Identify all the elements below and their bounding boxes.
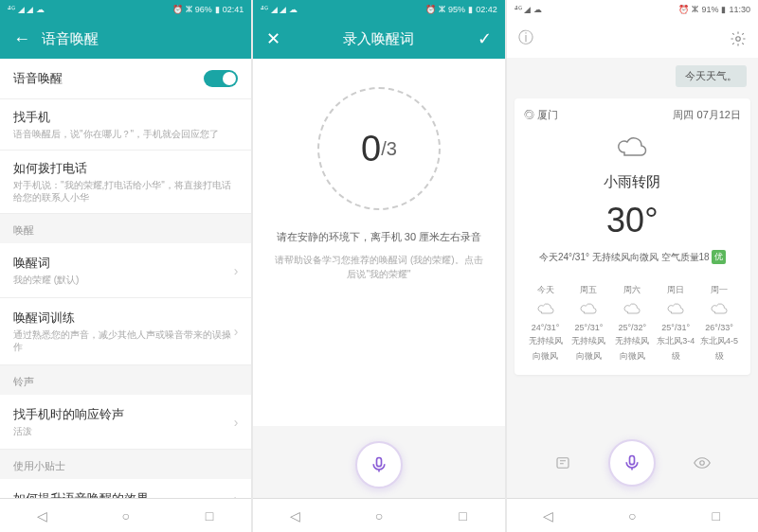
mic-button[interactable] — [355, 441, 403, 488]
nav-home[interactable]: ○ — [623, 507, 641, 524]
svg-rect-0 — [376, 458, 381, 467]
row-wake-train[interactable]: 唤醒词训练通过熟悉您的声音，减少其他人声或噪音带来的误操作 › — [0, 298, 251, 365]
nav-home[interactable]: ○ — [117, 507, 135, 524]
row-label: 如何提升语音唤醒的效果 — [13, 490, 149, 498]
section-wake: 唤醒 — [0, 214, 251, 243]
fc-day: 今天 — [524, 284, 568, 296]
fc-temp: 26°/33° — [697, 323, 741, 332]
mic-icon — [370, 455, 388, 474]
cloud-icon — [536, 302, 555, 315]
weather-detail: 今天24°/31° 无持续风向微风 空气质量18 优 — [524, 250, 741, 264]
nav-recent[interactable]: □ — [708, 507, 725, 524]
assistant-bottom — [507, 428, 758, 498]
fc-wind: 东北风3-4 — [654, 335, 697, 347]
row-sub: 通过熟悉您的声音，减少其他人声或噪音带来的误操作 — [13, 328, 234, 353]
nav-back[interactable]: ◁ — [287, 507, 304, 524]
time: 02:42 — [476, 5, 497, 14]
screen-weather: ⁴ᴳ ◢☁ ⏰ⵣ91%▮11:30 ⓘ 今天天气。 ◎ 厦门 周四 07月12日… — [507, 0, 758, 532]
row-label: 唤醒词训练 — [13, 310, 234, 327]
fc-wind2: 向微风 — [568, 350, 611, 363]
section-tips: 使用小贴士 — [0, 450, 251, 479]
count-total: /3 — [381, 138, 397, 160]
aqi-badge: 优 — [712, 250, 726, 264]
time: 02:41 — [223, 5, 244, 14]
weather-card[interactable]: ◎ 厦门 周四 07月12日 小雨转阴 30° 今天24°/31° 无持续风向微… — [514, 98, 750, 375]
svg-rect-2 — [557, 458, 568, 469]
nav-recent[interactable]: □ — [201, 507, 218, 524]
row-label: 唤醒词 — [13, 255, 79, 272]
mic-button[interactable] — [608, 439, 656, 487]
forecast-col: 周一 26°/33° 东北风4-5 级 — [697, 281, 741, 365]
hint-secondary: 请帮助设备学习您推荐的唤醒词 (我的荣耀)。点击后说"我的荣耀" — [253, 245, 504, 289]
cloud-icon — [710, 302, 729, 315]
battery-pct: 91% — [701, 5, 718, 14]
row-sub: 我的荣耀 (默认) — [13, 274, 79, 286]
page-title: 语音唤醒 — [42, 30, 99, 48]
cloud-icon: ☁ — [533, 5, 542, 14]
nav-bar: ◁ ○ □ — [507, 498, 758, 532]
check-icon[interactable]: ✓ — [478, 28, 492, 49]
fc-wind: 无持续风 — [610, 335, 654, 347]
card-icon[interactable] — [554, 454, 571, 471]
mic-wrap — [253, 426, 504, 498]
close-icon[interactable]: ✕ — [266, 28, 280, 49]
bt-icon: ⵣ — [692, 5, 698, 14]
nav-recent[interactable]: □ — [454, 507, 471, 524]
fc-wind: 无持续风 — [568, 335, 611, 347]
toggle-on[interactable] — [204, 70, 238, 87]
screen-voice-settings: ⁴ᴳ ◢ ◢☁ ⏰ⵣ96%▮02:41 ← 语音唤醒 语音唤醒 找手机 语音唤醒… — [0, 0, 251, 532]
row-ringtone[interactable]: 找手机时的响应铃声活泼 › — [0, 395, 251, 450]
fc-wind2: 向微风 — [610, 350, 654, 363]
weather-temp: 30° — [524, 201, 741, 240]
row-tips-improve[interactable]: 如何提升语音唤醒的效果 › — [0, 479, 251, 498]
user-query-wrap: 今天天气。 — [507, 58, 758, 95]
cloud-icon — [579, 302, 598, 315]
svg-point-1 — [736, 36, 741, 41]
count-current: 0 — [361, 129, 381, 169]
forecast-col: 今天 24°/31° 无持续风 向微风 — [524, 281, 568, 365]
fc-day: 周日 — [654, 284, 697, 296]
row-call[interactable]: 如何拨打电话 对手机说："我的荣耀,打电话给小华"，将直接打电话给您的联系人小华 — [0, 151, 251, 214]
battery-icon: ▮ — [468, 5, 473, 14]
nav-back[interactable]: ◁ — [33, 507, 50, 524]
chevron-right-icon: › — [234, 324, 239, 339]
battery-pct: 96% — [195, 5, 212, 14]
row-wake-word[interactable]: 唤醒词我的荣耀 (默认) › — [0, 243, 251, 298]
row-sub: 语音唤醒后，说"你在哪儿？"，手机就会回应您了 — [13, 128, 238, 140]
row-find-phone[interactable]: 找手机 语音唤醒后，说"你在哪儿？"，手机就会回应您了 — [0, 99, 251, 151]
weather-desc: 小雨转阴 — [524, 173, 741, 191]
nav-bar: ◁ ○ □ — [0, 498, 251, 532]
chevron-right-icon: › — [234, 491, 239, 498]
nav-bar: ◁ ○ □ — [253, 498, 504, 532]
nav-back[interactable]: ◁ — [540, 507, 557, 524]
fc-day: 周六 — [610, 284, 654, 296]
status-bar: ⁴ᴳ ◢ ◢☁ ⏰ⵣ95%▮02:42 — [253, 0, 504, 19]
fc-temp: 25°/31° — [654, 323, 697, 332]
gear-icon[interactable] — [730, 30, 747, 47]
row-voice-wake[interactable]: 语音唤醒 — [0, 59, 251, 99]
page-title: 录入唤醒词 — [343, 30, 414, 48]
fc-temp: 25°/31° — [568, 323, 611, 332]
alarm-icon: ⏰ — [425, 5, 436, 14]
fc-wind2: 向微风 — [524, 350, 568, 363]
weather-header: ◎ 厦门 周四 07月12日 — [524, 108, 741, 122]
forecast-col: 周日 25°/31° 东北风3-4 级 — [654, 281, 697, 365]
cloud-icon — [615, 135, 649, 158]
nav-home[interactable]: ○ — [370, 507, 388, 524]
battery-icon: ▮ — [215, 5, 220, 14]
screen-record-wake: ⁴ᴳ ◢ ◢☁ ⏰ⵣ95%▮02:42 ✕ 录入唤醒词 ✓ 0 /3 请在安静的… — [253, 0, 504, 532]
forecast-row: 今天 24°/31° 无持续风 向微风周五 25°/31° 无持续风 向微风周六… — [524, 274, 741, 365]
back-icon[interactable]: ← — [13, 29, 30, 49]
status-bar: ⁴ᴳ ◢☁ ⏰ⵣ91%▮11:30 — [507, 0, 758, 19]
date: 周四 07月12日 — [673, 108, 741, 122]
row-label: 找手机 — [13, 109, 238, 126]
progress-circle-wrap: 0 /3 — [253, 59, 504, 229]
fc-temp: 25°/32° — [610, 323, 654, 332]
eye-icon[interactable] — [694, 454, 711, 471]
help-icon[interactable]: ⓘ — [518, 28, 533, 48]
section-ring: 铃声 — [0, 365, 251, 395]
progress-circle: 0 /3 — [317, 87, 441, 210]
forecast-col: 周五 25°/31° 无持续风 向微风 — [568, 281, 611, 365]
bt-icon: ⵣ — [439, 5, 445, 14]
signal-icon: ⁴ᴳ ◢ ◢ — [8, 5, 33, 14]
